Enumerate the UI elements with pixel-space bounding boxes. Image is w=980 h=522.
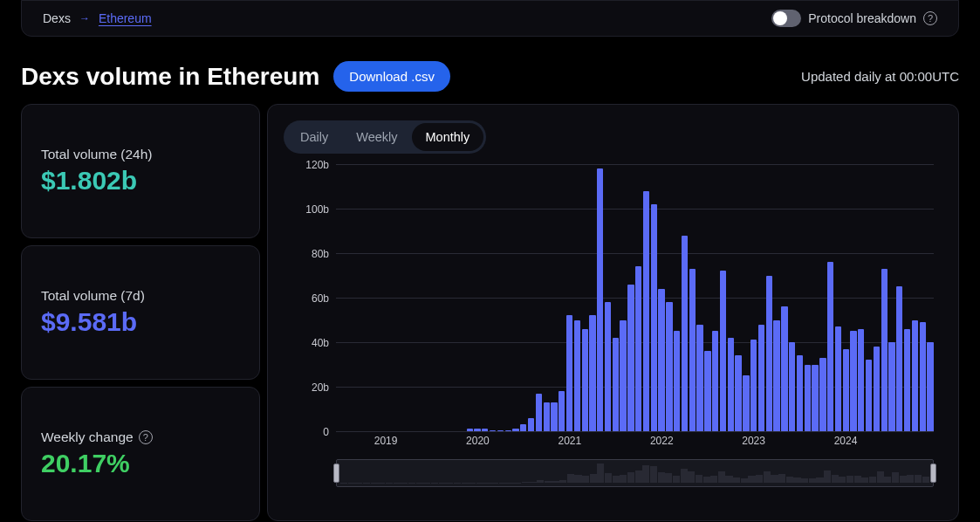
chart-bar[interactable] — [920, 322, 926, 431]
xaxis-tick-label: 2021 — [558, 435, 581, 447]
chart-bar[interactable] — [827, 262, 833, 431]
chart-bar[interactable] — [888, 342, 894, 431]
chart-bar[interactable] — [651, 204, 657, 431]
chart-bar[interactable] — [666, 302, 672, 431]
metric-7d-value: $9.581b — [41, 307, 240, 337]
breadcrumb-root[interactable]: Dexs — [43, 11, 71, 25]
tab-daily[interactable]: Daily — [286, 123, 342, 151]
metric-wchg-label: Weekly change ? — [41, 429, 240, 445]
help-icon[interactable]: ? — [923, 11, 937, 25]
chart-bar[interactable] — [805, 365, 811, 432]
chart-bar[interactable] — [819, 358, 826, 431]
time-range-brush[interactable] — [336, 459, 934, 487]
chart-bar[interactable] — [766, 276, 772, 432]
chart-bar[interactable] — [728, 338, 734, 431]
chart-bar[interactable] — [574, 320, 580, 432]
chart-bar[interactable] — [696, 325, 702, 431]
yaxis-tick-label: 100b — [305, 203, 329, 216]
chart-bar[interactable] — [613, 338, 619, 431]
chart-bars — [336, 164, 934, 431]
chart-bar[interactable] — [912, 320, 918, 432]
chart-bar[interactable] — [689, 269, 696, 431]
metric-card-weekly-change: Weekly change ? 20.17% — [21, 387, 260, 521]
page-title: Dexs volume in Ethereum — [21, 63, 319, 91]
chart-bar[interactable] — [896, 286, 902, 431]
chart-card: Daily Weekly Monthly 020b40b60b80b100b12… — [267, 104, 959, 521]
chart-bar[interactable] — [712, 331, 718, 431]
chart-plot-area: 020b40b60b80b100b120b — [336, 164, 934, 431]
xaxis-tick-label: 2024 — [834, 435, 858, 447]
chart-bar[interactable] — [520, 424, 526, 431]
interval-tabs: Daily Weekly Monthly — [284, 120, 486, 154]
metric-24h-label: Total volume (24h) — [41, 147, 240, 162]
yaxis-tick-label: 80b — [312, 248, 329, 260]
chart-bar[interactable] — [797, 355, 803, 431]
toggle-knob — [773, 11, 787, 25]
chart-bar[interactable] — [559, 391, 565, 431]
chart-bar[interactable] — [858, 329, 864, 431]
metric-card-24h: Total volume (24h) $1.802b — [21, 104, 260, 238]
metric-7d-label: Total volume (7d) — [41, 288, 240, 304]
chart-bar[interactable] — [735, 355, 741, 431]
chart-bar[interactable] — [682, 236, 688, 431]
chart-bar[interactable] — [704, 351, 710, 431]
chart-bar[interactable] — [635, 266, 641, 431]
chart-bar[interactable] — [874, 347, 880, 431]
chart-bar[interactable] — [620, 320, 626, 432]
download-csv-button[interactable]: Download .csv — [333, 61, 450, 92]
chart-bar[interactable] — [850, 331, 856, 431]
protocol-breakdown-toggle[interactable] — [771, 10, 801, 27]
tab-weekly[interactable]: Weekly — [342, 123, 411, 151]
chart-bar[interactable] — [720, 271, 726, 431]
topbar: Dexs → Ethereum Protocol breakdown ? — [21, 0, 959, 37]
xaxis-tick-label: 2019 — [374, 435, 398, 447]
tab-monthly[interactable]: Monthly — [412, 123, 484, 151]
chart-bar[interactable] — [674, 331, 680, 431]
chart-bar[interactable] — [881, 269, 887, 431]
chart-bar[interactable] — [589, 315, 595, 431]
chart-bar[interactable] — [866, 360, 872, 431]
chart-bar[interactable] — [743, 375, 749, 431]
brush-handle-right[interactable] — [930, 464, 936, 483]
metrics-column: Total volume (24h) $1.802b Total volume … — [21, 104, 260, 521]
chart-bar[interactable] — [566, 315, 572, 431]
chart-bar[interactable] — [750, 340, 757, 431]
protocol-breakdown-toggle-wrap: Protocol breakdown ? — [771, 10, 937, 27]
arrow-right-icon: → — [79, 12, 90, 24]
chart-bar[interactable] — [582, 329, 588, 431]
xaxis-tick-label: 2022 — [650, 435, 674, 447]
chart-bar[interactable] — [843, 349, 849, 431]
yaxis-tick-label: 20b — [312, 381, 329, 394]
xaxis-tick-label: 2023 — [742, 435, 765, 447]
chart-bar[interactable] — [597, 168, 603, 431]
chart-bar[interactable] — [927, 342, 933, 431]
chart-bar[interactable] — [658, 289, 664, 431]
help-icon[interactable]: ? — [139, 430, 153, 444]
chart-bar[interactable] — [551, 402, 557, 431]
yaxis-tick-label: 40b — [312, 337, 329, 349]
breadcrumb-current[interactable]: Ethereum — [99, 11, 152, 25]
chart-bar[interactable] — [643, 191, 649, 431]
chart-bar[interactable] — [627, 285, 634, 431]
yaxis-tick-label: 120b — [305, 159, 329, 171]
breadcrumb: Dexs → Ethereum — [43, 11, 152, 25]
chart-bar[interactable] — [773, 320, 779, 432]
updated-text: Updated daily at 00:00UTC — [801, 69, 959, 84]
chart-bar[interactable] — [812, 365, 818, 432]
chart-bar[interactable] — [758, 325, 764, 431]
chart-bar[interactable] — [904, 329, 910, 431]
chart-bar[interactable] — [605, 302, 611, 431]
xaxis-tick-label: 2020 — [466, 435, 490, 447]
metric-24h-value: $1.802b — [41, 166, 240, 196]
chart-bar[interactable] — [781, 306, 787, 431]
brush-handle-left[interactable] — [333, 464, 339, 483]
chart-bar[interactable] — [536, 394, 542, 431]
chart-bar[interactable] — [789, 342, 795, 431]
yaxis-tick-label: 60b — [312, 292, 329, 305]
chart-bar[interactable] — [835, 326, 841, 431]
chart-bar[interactable] — [544, 402, 550, 431]
title-row: Dexs volume in Ethereum Download .csv Up… — [21, 61, 959, 92]
chart-xaxis: 201920202021202220232024 — [336, 431, 934, 450]
toggle-label: Protocol breakdown — [808, 11, 916, 25]
chart-bar[interactable] — [528, 418, 534, 431]
